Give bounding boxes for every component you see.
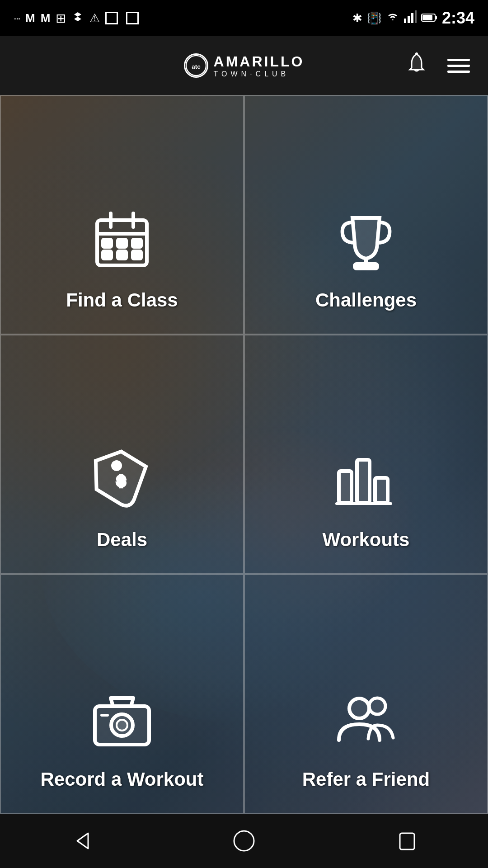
svg-rect-17 <box>133 240 141 247</box>
status-icons-left: ··· M M ⊞ ⚠ <box>14 10 139 26</box>
find-a-class-button[interactable]: Find a Class <box>0 95 244 335</box>
signal-icon <box>404 10 417 26</box>
trophy-icon <box>334 209 398 280</box>
record-workout-label: Record a Workout <box>41 769 204 790</box>
photo-icon: ⊞ <box>56 11 66 26</box>
refer-friend-button[interactable]: Refer a Friend <box>244 574 488 814</box>
svg-rect-6 <box>435 16 437 19</box>
logo-main-text: AMARILLO <box>214 53 305 70</box>
dropbox-icon <box>71 10 84 26</box>
svg-text:$: $ <box>117 473 125 488</box>
svg-point-31 <box>117 720 127 731</box>
header: atc AMARILLO TOWN·CLUB <box>0 36 488 95</box>
hamburger-menu-button[interactable] <box>447 59 470 73</box>
svg-rect-16 <box>118 240 126 247</box>
workouts-label: Workouts <box>323 529 410 551</box>
svg-point-23 <box>113 462 120 469</box>
svg-rect-26 <box>357 460 370 503</box>
main-content: Find a Class Challenges $ <box>0 95 488 814</box>
square-icon-2 <box>126 12 139 24</box>
camera-icon <box>90 688 154 760</box>
svg-rect-2 <box>408 16 410 23</box>
svg-rect-20 <box>133 251 141 259</box>
svg-point-33 <box>349 698 369 718</box>
bar-chart-icon <box>334 448 398 520</box>
home-button[interactable] <box>226 823 262 859</box>
price-tag-icon: $ <box>90 448 154 520</box>
svg-rect-4 <box>415 10 417 23</box>
svg-rect-19 <box>118 251 126 259</box>
svg-rect-1 <box>404 19 406 23</box>
menu-line-2 <box>447 65 470 67</box>
logo-sub-text: TOWN·CLUB <box>214 70 305 78</box>
bell-button[interactable] <box>404 51 429 81</box>
svg-rect-3 <box>411 13 413 23</box>
find-a-class-label: Find a Class <box>66 289 178 311</box>
users-icon <box>334 688 398 760</box>
feature-grid: Find a Class Challenges $ <box>0 95 488 814</box>
calendar-icon <box>90 209 154 280</box>
status-icons-right: ✱ 📳 2:34 <box>352 9 474 28</box>
svg-point-34 <box>369 698 385 714</box>
svg-text:atc: atc <box>192 63 201 70</box>
record-workout-button[interactable]: Record a Workout <box>0 574 244 814</box>
svg-rect-18 <box>103 251 111 259</box>
vibrate-icon: 📳 <box>367 11 381 25</box>
svg-rect-25 <box>339 471 352 503</box>
svg-rect-27 <box>375 478 388 503</box>
status-time: 2:34 <box>442 9 474 28</box>
gmail-icon-2: M <box>41 11 51 25</box>
workouts-button[interactable]: Workouts <box>244 335 488 574</box>
svg-marker-35 <box>77 833 88 849</box>
svg-point-36 <box>234 831 254 851</box>
svg-rect-7 <box>422 15 432 20</box>
logo-badge: atc <box>184 53 208 78</box>
back-button[interactable] <box>63 823 99 859</box>
wifi-icon <box>386 11 399 25</box>
app-logo: atc AMARILLO TOWN·CLUB <box>184 53 305 78</box>
refer-friend-label: Refer a Friend <box>302 769 430 790</box>
svg-rect-22 <box>355 264 377 269</box>
recents-button[interactable] <box>389 823 425 859</box>
svg-rect-15 <box>103 240 111 247</box>
dots-icon: ··· <box>14 12 20 24</box>
status-bar: ··· M M ⊞ ⚠ ✱ 📳 <box>0 0 488 36</box>
warning-icon: ⚠ <box>89 11 100 25</box>
challenges-label: Challenges <box>315 289 417 311</box>
menu-line-3 <box>447 71 470 73</box>
battery-icon <box>421 11 437 25</box>
menu-line-1 <box>447 59 470 61</box>
gmail-icon-1: M <box>25 11 35 25</box>
bottom-nav <box>0 814 488 868</box>
deals-button[interactable]: $ Deals <box>0 335 244 574</box>
svg-marker-0 <box>74 12 81 21</box>
bluetooth-icon: ✱ <box>352 11 362 25</box>
deals-label: Deals <box>97 529 147 551</box>
square-icon-1 <box>105 12 118 24</box>
svg-rect-37 <box>400 833 414 849</box>
challenges-button[interactable]: Challenges <box>244 95 488 335</box>
svg-point-10 <box>415 52 418 55</box>
